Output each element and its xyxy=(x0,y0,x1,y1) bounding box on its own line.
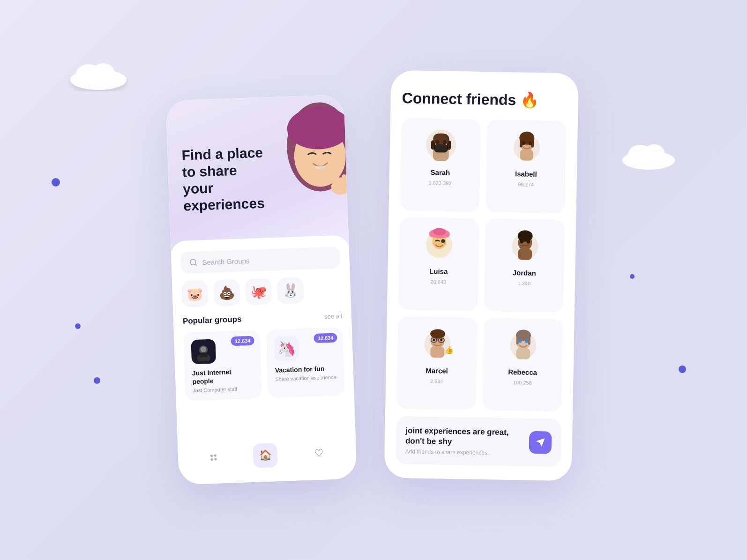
favorites-icon[interactable]: ♡ xyxy=(314,447,324,460)
svg-point-49 xyxy=(433,228,446,235)
cloud-top-left xyxy=(68,54,129,91)
friend-name-sarah: Sarah xyxy=(430,168,450,177)
connect-title: Connect friends 🔥 xyxy=(402,89,567,109)
svg-point-1 xyxy=(76,64,102,85)
svg-rect-42 xyxy=(530,136,533,147)
svg-point-2 xyxy=(92,63,114,82)
friend-card-isabell[interactable]: Isabell 99.274 xyxy=(486,119,567,213)
group-badge-2: 12.634 xyxy=(314,333,337,343)
cta-title: joint experiences are great, don't be sh… xyxy=(405,426,530,448)
group-card-1[interactable]: 12.634 Just Internet people Just Co xyxy=(183,330,262,401)
svg-rect-61 xyxy=(430,346,444,358)
group-avatar-1 xyxy=(191,339,216,364)
svg-point-21 xyxy=(190,259,196,265)
cloud-right xyxy=(620,136,677,171)
friend-count-sarah: 1.623.392 xyxy=(429,180,452,186)
friend-card-luisa[interactable]: Luisa 20.643 xyxy=(398,217,479,311)
svg-point-6 xyxy=(622,151,675,170)
emoji-chip-4[interactable]: 🐰 xyxy=(277,276,304,304)
friend-avatar-rebecca xyxy=(506,327,539,364)
connect-title-emoji: 🔥 xyxy=(520,91,539,109)
emoji-chip-3[interactable]: 🐙 xyxy=(245,278,272,305)
friend-card-rebecca[interactable]: Rebecca 100.258 xyxy=(482,317,563,411)
friend-avatar-jordan xyxy=(508,228,541,265)
decoration-dot-4 xyxy=(630,274,635,279)
svg-point-56 xyxy=(517,230,532,242)
bottom-cta: joint experiences are great, don't be sh… xyxy=(396,416,561,466)
svg-text:👍: 👍 xyxy=(444,345,454,354)
groups-row: 12.634 Just Internet people Just Co xyxy=(183,327,345,401)
friend-avatar-sarah xyxy=(424,127,457,164)
svg-point-0 xyxy=(70,69,127,90)
group-name-1: Just Internet people xyxy=(192,366,254,386)
nav-dot xyxy=(210,458,213,460)
friend-count-marcel: 2.634 xyxy=(430,378,443,383)
emoji-chip-2[interactable]: 💩 xyxy=(213,279,240,306)
decoration-dot-1 xyxy=(52,178,60,187)
right-phone: Connect friends 🔥 xyxy=(384,70,579,481)
home-button[interactable]: 🏠 xyxy=(253,443,278,468)
friend-name-luisa: Luisa xyxy=(429,267,448,276)
friend-card-marcel[interactable]: 👍 Marcel 2.634 xyxy=(396,316,477,410)
screens-wrapper: Find a place to share your experiences xyxy=(172,76,575,484)
nav-dot xyxy=(210,454,213,456)
see-all-link[interactable]: see all xyxy=(324,312,342,320)
decoration-dot-2 xyxy=(75,323,81,329)
svg-rect-39 xyxy=(520,149,533,160)
svg-rect-73 xyxy=(516,334,518,344)
cta-text-block: joint experiences are great, don't be sh… xyxy=(405,426,529,457)
svg-rect-20 xyxy=(341,174,346,187)
friend-count-rebecca: 100.258 xyxy=(513,379,532,385)
svg-rect-27 xyxy=(200,352,207,358)
svg-point-8 xyxy=(644,144,665,162)
group-desc-1: Just Computer stuff xyxy=(193,386,254,394)
cta-subtitle: Add friends to share experiences. xyxy=(405,448,529,457)
nav-dot xyxy=(214,454,217,456)
emoji-row: 🐷 💩 🐙 🐰 xyxy=(181,276,342,307)
svg-rect-34 xyxy=(433,144,448,153)
svg-point-62 xyxy=(430,329,445,338)
nav-dot xyxy=(214,458,217,460)
group-name-2: Vacation for fun xyxy=(275,364,336,374)
friend-avatar-marcel: 👍 xyxy=(420,326,454,363)
friend-name-isabell: Isabell xyxy=(515,170,537,178)
friend-name-marcel: Marcel xyxy=(426,366,448,374)
search-icon xyxy=(189,258,198,267)
bottom-nav: 🏠 ♡ xyxy=(178,433,357,485)
friend-count-luisa: 20.643 xyxy=(430,279,446,285)
left-phone-wrapper: Find a place to share your experiences xyxy=(172,88,350,472)
group-card-2[interactable]: 12.634 🦄 Vacation for fun Share vacation… xyxy=(266,327,345,398)
group-desc-2: Share vacation experience xyxy=(275,374,336,382)
left-phone: Find a place to share your experiences xyxy=(166,94,357,485)
svg-rect-74 xyxy=(528,334,530,344)
friend-name-jordan: Jordan xyxy=(513,269,536,277)
search-bar[interactable]: Search Groups xyxy=(180,246,340,274)
menu-icon[interactable] xyxy=(210,454,217,460)
emoji-chip-1[interactable]: 🐷 xyxy=(181,280,209,307)
friend-count-isabell: 99.274 xyxy=(518,181,534,187)
svg-rect-41 xyxy=(519,136,522,147)
group-badge-1: 12.634 xyxy=(231,336,254,346)
right-phone-wrapper: Connect friends 🔥 xyxy=(388,76,575,484)
group-avatar-2: 🦄 xyxy=(274,336,299,361)
svg-point-7 xyxy=(628,145,652,164)
left-phone-top: Find a place to share your experiences xyxy=(166,94,349,250)
section-title: Popular groups xyxy=(183,314,242,326)
friend-card-jordan[interactable]: Jordan 1.340 xyxy=(484,218,565,312)
svg-rect-55 xyxy=(517,248,531,260)
cta-send-button[interactable] xyxy=(529,431,552,454)
svg-rect-71 xyxy=(516,347,530,359)
hero-title: Find a place to share your experiences xyxy=(181,144,268,214)
friend-name-rebecca: Rebecca xyxy=(508,367,537,376)
friend-avatar-luisa xyxy=(422,227,456,264)
friend-card-sarah[interactable]: Sarah 1.623.392 xyxy=(400,118,481,211)
section-header: Popular groups see all xyxy=(183,311,342,326)
friend-avatar-isabell xyxy=(510,129,543,166)
decoration-dot-5 xyxy=(679,366,686,373)
friend-count-jordan: 1.340 xyxy=(518,280,531,286)
friends-grid: Sarah 1.623.392 xyxy=(396,118,567,411)
search-input-placeholder: Search Groups xyxy=(202,256,249,266)
left-phone-bottom: Search Groups 🐷 💩 🐙 🐰 Popular groups see… xyxy=(171,235,357,485)
svg-line-22 xyxy=(195,264,196,265)
decoration-dot-3 xyxy=(94,377,100,384)
